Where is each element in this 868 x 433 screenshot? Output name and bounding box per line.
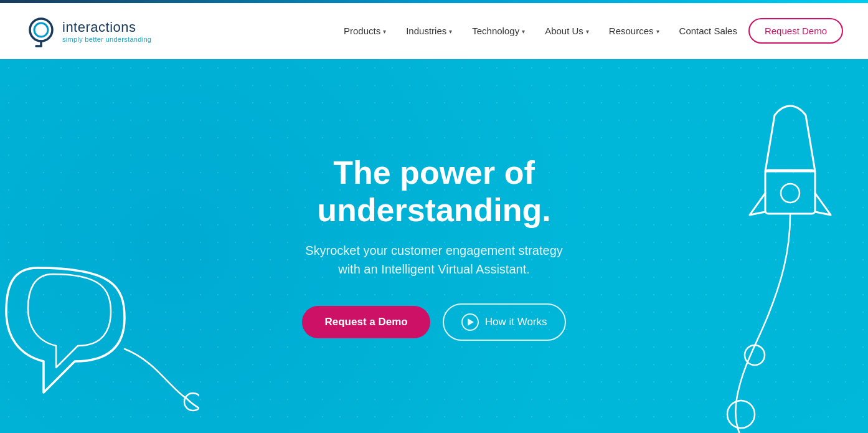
svg-point-8 — [727, 401, 755, 428]
hero-buttons: Request a Demo How it Works — [216, 303, 652, 341]
logo-icon — [25, 15, 57, 47]
navbar: interactions simply better understanding… — [0, 3, 868, 59]
play-icon — [461, 313, 479, 331]
nav-item-products[interactable]: Products ▾ — [335, 21, 395, 41]
hero-content: The power of understanding. Skyrocket yo… — [216, 155, 652, 341]
nav-item-about[interactable]: About Us ▾ — [536, 21, 598, 41]
nav-item-technology[interactable]: Technology ▾ — [463, 21, 534, 41]
request-demo-button[interactable]: Request Demo — [748, 18, 843, 44]
nav-item-industries[interactable]: Industries ▾ — [397, 21, 461, 41]
svg-point-6 — [781, 184, 800, 202]
play-triangle-icon — [468, 318, 474, 326]
hero-section: The power of understanding. Skyrocket yo… — [0, 59, 868, 433]
logo-name: interactions — [62, 19, 151, 36]
logo-tagline: simply better understanding — [62, 36, 151, 43]
chevron-down-icon: ▾ — [383, 28, 386, 35]
svg-rect-5 — [765, 170, 815, 214]
logo-area[interactable]: interactions simply better understanding — [25, 15, 151, 47]
nav-contact-sales[interactable]: Contact Sales — [671, 21, 746, 41]
chevron-down-icon: ▾ — [522, 28, 525, 35]
nav-links: Products ▾ Industries ▾ Technology ▾ Abo… — [335, 18, 843, 44]
hero-request-demo-button[interactable]: Request a Demo — [302, 306, 430, 338]
nav-item-resources[interactable]: Resources ▾ — [600, 21, 668, 41]
chevron-down-icon: ▾ — [449, 28, 452, 35]
hero-title: The power of understanding. — [216, 155, 652, 229]
svg-point-1 — [34, 23, 48, 37]
logo-text-block: interactions simply better understanding — [62, 19, 151, 43]
svg-point-0 — [30, 19, 52, 41]
svg-point-4 — [184, 393, 199, 411]
hero-decoration-right — [694, 97, 868, 433]
hero-subtitle: Skyrocket your customer engagement strat… — [216, 241, 652, 278]
svg-point-7 — [745, 345, 765, 365]
how-it-works-button[interactable]: How it Works — [443, 303, 566, 341]
chevron-down-icon: ▾ — [656, 28, 659, 35]
chevron-down-icon: ▾ — [586, 28, 589, 35]
hero-decoration-left — [0, 237, 199, 433]
